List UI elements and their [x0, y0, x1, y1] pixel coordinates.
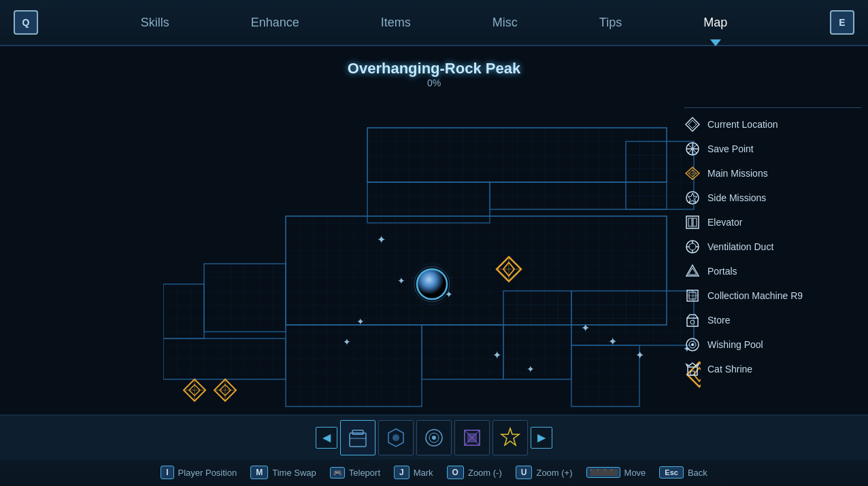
label-player-position: Player Position	[178, 468, 237, 478]
control-zoom-in: U Zoom (+)	[516, 466, 573, 479]
key-j: J	[394, 466, 410, 479]
legend-current-location: Current Location	[684, 115, 861, 134]
item-slot-2[interactable]	[378, 420, 414, 455]
legend-save-point: Save Point	[684, 139, 861, 158]
bottom-bar: ◀	[0, 415, 868, 486]
tab-map[interactable]: Map	[663, 9, 768, 37]
control-zoom-out: O Zoom (-)	[447, 466, 502, 479]
svg-point-74	[690, 320, 695, 324]
legend-portals: Portals	[684, 262, 861, 281]
collection-machine-icon	[684, 288, 701, 304]
side-missions-icon	[684, 190, 701, 206]
wishing-pool-icon	[684, 336, 701, 353]
save-point-label: Save Point	[707, 143, 754, 154]
key-o: O	[447, 466, 464, 479]
key-teleport: 🎮	[330, 467, 345, 479]
tab-items[interactable]: Items	[340, 9, 452, 37]
current-location-icon	[684, 116, 701, 133]
legend-collection-machine: Collection Machine R9	[684, 286, 861, 305]
svg-text:✦: ✦	[635, 349, 644, 361]
legend-elevator: Elevator	[684, 213, 861, 232]
location-title: Overhanging-Rock Peak 0%	[348, 60, 520, 88]
svg-rect-12	[571, 345, 639, 406]
svg-point-84	[393, 434, 399, 441]
cat-shrine-label: Cat Shrine	[707, 364, 752, 375]
control-teleport: 🎮 Teleport	[330, 467, 380, 479]
controls-bar: I Player Position M Time Swap 🎮 Teleport…	[0, 459, 868, 486]
current-location-label: Current Location	[707, 119, 778, 130]
item-slot-4[interactable]	[454, 420, 490, 455]
svg-text:✦: ✦	[581, 322, 590, 334]
location-name: Overhanging-Rock Peak	[348, 60, 520, 77]
svg-text:✦: ✦	[608, 336, 617, 347]
ventilation-duct-icon	[684, 239, 701, 255]
svg-point-41	[417, 269, 447, 299]
svg-rect-59	[693, 218, 697, 226]
svg-rect-11	[571, 291, 694, 345]
items-next-arrow[interactable]: ▶	[531, 427, 552, 449]
svg-point-62	[689, 243, 696, 250]
legend-cat-shrine: Cat Shrine	[684, 360, 861, 379]
svg-rect-1	[367, 128, 667, 182]
store-label: Store	[707, 315, 730, 326]
map-area[interactable]: ✦ ✦ ✦ ✦ ✦ ✦ ✦ ✦ ✦ ✦ ✦	[163, 101, 701, 447]
control-back: Esc Back	[659, 466, 707, 479]
key-u: U	[516, 466, 533, 479]
nav-left-key[interactable]: Q	[14, 10, 38, 35]
svg-rect-9	[422, 325, 503, 379]
svg-rect-58	[688, 218, 692, 226]
portals-icon	[684, 263, 701, 279]
svg-rect-79	[690, 371, 695, 375]
svg-marker-56	[688, 193, 697, 203]
item-slot-3[interactable]	[416, 420, 452, 455]
legend-ventilation-duct: Ventilation Duct	[684, 237, 861, 256]
elevator-icon	[684, 214, 701, 230]
control-move: ⬛⬛⬛⬛ Move	[586, 467, 646, 478]
label-back: Back	[688, 468, 707, 478]
svg-point-77	[691, 343, 694, 346]
svg-rect-80	[350, 433, 366, 447]
svg-marker-45	[688, 120, 697, 128]
tab-skills[interactable]: Skills	[100, 9, 210, 37]
key-m: M	[250, 466, 268, 479]
svg-text:✦: ✦	[493, 349, 501, 361]
tab-misc[interactable]: Misc	[452, 9, 558, 37]
control-mark: J Mark	[394, 466, 433, 479]
side-missions-label: Side Missions	[707, 192, 766, 203]
main-missions-icon	[684, 165, 701, 181]
svg-marker-68	[688, 268, 697, 275]
control-player-position: I Player Position	[161, 466, 237, 479]
svg-rect-8	[286, 325, 422, 406]
svg-rect-73	[687, 318, 698, 326]
tab-enhance[interactable]: Enhance	[210, 9, 340, 37]
svg-point-87	[432, 436, 436, 440]
label-zoom-in: Zoom (+)	[536, 468, 572, 478]
key-move: ⬛⬛⬛⬛	[586, 467, 620, 478]
location-percent: 0%	[348, 77, 520, 88]
legend-store: Store	[684, 311, 861, 330]
label-mark: Mark	[414, 468, 433, 478]
ventilation-duct-label: Ventilation Duct	[707, 241, 773, 252]
label-teleport: Teleport	[349, 468, 380, 478]
nav-right-key[interactable]: E	[830, 10, 854, 35]
item-slot-1[interactable]	[340, 420, 375, 455]
legend-divider	[684, 107, 861, 108]
legend-side-missions: Side Missions	[684, 188, 861, 207]
item-slot-5[interactable]	[493, 420, 528, 455]
svg-marker-44	[686, 118, 699, 131]
legend-wishing-pool: Wishing Pool	[684, 335, 861, 354]
key-esc: Esc	[659, 466, 684, 479]
label-time-swap: Time Swap	[272, 468, 316, 478]
label-zoom-out: Zoom (-)	[468, 468, 502, 478]
svg-rect-13	[163, 339, 286, 379]
tab-tips[interactable]: Tips	[558, 9, 663, 37]
svg-text:✦: ✦	[356, 316, 365, 327]
key-i: I	[161, 466, 173, 479]
items-prev-arrow[interactable]: ◀	[316, 427, 337, 449]
legend-main-missions: Main Missions	[684, 164, 861, 183]
svg-text:✦: ✦	[397, 275, 405, 286]
svg-text:✦: ✦	[377, 234, 386, 245]
portals-label: Portals	[707, 266, 737, 277]
map-container: Overhanging-Rock Peak 0%	[0, 46, 868, 486]
legend-panel: Current Location Save Point	[684, 107, 861, 384]
